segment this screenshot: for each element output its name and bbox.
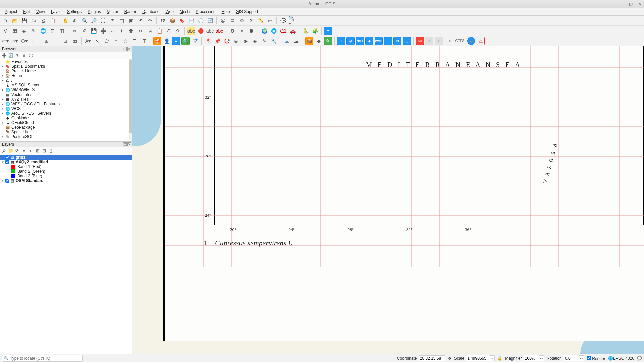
pan-to-selection-icon[interactable]: ⊕ <box>71 17 79 25</box>
filter-browser-icon[interactable]: ▼ <box>15 53 20 58</box>
wrench-icon[interactable]: 🔧 <box>270 37 278 45</box>
ruler-icon[interactable]: ✎ <box>324 37 332 45</box>
processing2-icon[interactable]: ✦ <box>238 27 246 35</box>
gps2-icon[interactable]: ⊚ <box>232 37 240 45</box>
undo-icon[interactable]: ↶ <box>165 27 173 35</box>
text2-icon[interactable]: T <box>140 37 148 45</box>
zoom-last-icon[interactable]: ↶ <box>137 17 145 25</box>
zoom-selection-icon[interactable]: ◰ <box>108 17 116 25</box>
star-icon[interactable]: ☆ <box>121 37 129 45</box>
browser-item-qfieldcloud[interactable]: ▸☁QFieldCloud <box>0 120 132 125</box>
grey1-icon[interactable]: ■ <box>425 37 433 45</box>
gps-icon[interactable]: 📍 <box>204 37 212 45</box>
browser-item-wfs-ogc-api-features[interactable]: ▸🌐WFS / OGC API - Features <box>0 102 132 106</box>
processing-icon[interactable]: ⚙ <box>228 27 236 35</box>
locator-input[interactable] <box>10 356 81 361</box>
browser-item-geopackage[interactable]: 📦GeoPackage <box>0 125 132 130</box>
copy-icon[interactable]: ⎘ <box>146 27 154 35</box>
menu-settings[interactable]: Settings <box>64 9 84 15</box>
field-calc-icon[interactable]: ⚙ <box>238 17 246 25</box>
layers-tree[interactable]: ▦grid1▾ ▦AXQy2_modifiedBand 1 (Red)Band … <box>0 155 132 354</box>
menu-processing[interactable]: Processing <box>193 9 218 15</box>
plugin-orange-icon[interactable]: 🍄 <box>153 37 161 45</box>
grey2-icon[interactable]: ■ <box>435 37 443 45</box>
panel-undock-icon[interactable]: ◫ <box>123 47 127 51</box>
collapse-icon[interactable]: ⊟ <box>21 53 27 58</box>
save-as-icon[interactable]: 🗂 <box>30 17 38 25</box>
zoom-full-icon[interactable]: ⛶ <box>99 17 107 25</box>
add-csv-icon[interactable]: ✎ <box>30 27 38 35</box>
map-tips-icon[interactable]: 💬 <box>279 17 287 25</box>
deselect-icon[interactable]: ◻ <box>30 37 38 45</box>
layer-grid1[interactable]: ▦grid1 <box>0 155 132 160</box>
processing3-icon[interactable]: ⬢ <box>247 27 255 35</box>
minimize-icon[interactable]: — <box>620 2 624 6</box>
zoom-out-icon[interactable]: 🔎 <box>90 17 98 25</box>
pan-icon[interactable]: ✋ <box>61 17 69 25</box>
plugin-red-icon[interactable]: 👤 <box>163 37 171 45</box>
paste-icon[interactable]: 📋 <box>155 27 163 35</box>
menu-vector[interactable]: Vector <box>104 9 121 15</box>
box2-icon[interactable]: ◆ <box>315 37 323 45</box>
cloud2-icon[interactable]: ☁ <box>292 37 300 45</box>
browser-item-vector-tiles[interactable]: ▦Vector Tiles <box>0 92 132 97</box>
target-icon[interactable]: 🎯 <box>223 37 231 45</box>
label-move-icon[interactable]: abc <box>206 27 214 35</box>
temporal-icon[interactable]: 🕓 <box>197 17 205 25</box>
pointer-icon[interactable]: ↖ <box>93 37 101 45</box>
more-icon[interactable]: » <box>449 39 451 43</box>
gps5-icon[interactable]: ✎ <box>260 37 268 45</box>
panel-close-icon[interactable]: ✕ <box>127 142 131 146</box>
menu-layer[interactable]: Layer <box>48 9 64 15</box>
edit-save-icon[interactable]: 💾 <box>90 27 98 35</box>
new-bookmark-icon[interactable]: 🔖 <box>178 17 186 25</box>
pencil2-icon[interactable]: ✐ <box>80 27 88 35</box>
layers-style-icon[interactable]: 🖌 <box>1 148 7 154</box>
diamond-blue-icon[interactable]: ◆ <box>365 37 373 45</box>
crs-button[interactable]: 🌐EPSG:4326 <box>608 356 634 361</box>
render-checkbox[interactable]: Render <box>587 356 605 361</box>
label-abc-icon[interactable]: abc <box>187 27 195 35</box>
scale-input[interactable] <box>466 355 490 361</box>
magnifier-spin-icon[interactable]: ▴▾ <box>539 357 544 360</box>
globe-blue-icon[interactable]: 🌐 <box>384 37 392 45</box>
polygon-icon[interactable]: ⬠ <box>103 37 111 45</box>
browser-scrollbar[interactable] <box>129 59 132 141</box>
layer-visibility-checkbox[interactable] <box>5 155 9 159</box>
open-project-icon[interactable]: 📂 <box>11 17 19 25</box>
extents-icon[interactable]: ✥ <box>448 356 451 361</box>
magnifier-input[interactable] <box>524 355 539 361</box>
sigma-icon[interactable]: Σ <box>247 17 255 25</box>
ad-icon[interactable]: AD <box>416 37 424 45</box>
menu-mesh[interactable]: Mesh <box>177 9 192 15</box>
measure-area-icon[interactable]: ▭ <box>266 17 274 25</box>
browser-item-postgresql[interactable]: ▸🐘PostgreSQL <box>0 134 132 139</box>
select-free-icon[interactable]: ⬠▾ <box>20 37 28 45</box>
browser-item-project-home[interactable]: 🏠Project Home <box>0 69 132 73</box>
panel-close-icon[interactable]: ✕ <box>127 47 131 51</box>
menu-view[interactable]: View <box>34 9 48 15</box>
plugin-green-icon[interactable]: 🔍 <box>181 37 190 45</box>
help-icon[interactable]: ? <box>324 27 332 35</box>
add-mesh-icon[interactable]: ◈ <box>20 27 28 35</box>
menu-raster[interactable]: Raster <box>122 9 139 15</box>
sq-blue-icon[interactable]: ◻ <box>393 37 401 45</box>
browser-item-geonode[interactable]: ◆GeoNode <box>0 116 132 120</box>
locator[interactable]: 🔍 <box>2 355 83 362</box>
plugin-route-icon[interactable]: 🚏 <box>191 37 199 45</box>
layers-expr-icon[interactable]: ε <box>28 148 34 154</box>
zoom-layer-icon[interactable]: ◱ <box>118 17 126 25</box>
menu-plugins[interactable]: Plugins <box>85 9 103 15</box>
add-feature-icon[interactable]: ➕ <box>99 27 107 35</box>
refresh-icon[interactable]: 🔄 <box>206 17 214 25</box>
coordinate-input[interactable] <box>419 355 445 361</box>
menu-help[interactable]: Help <box>219 9 233 15</box>
add-raster-icon[interactable]: ▦ <box>11 27 19 35</box>
georef-icon[interactable]: 🌍 <box>260 27 268 35</box>
close-icon[interactable]: ✕ <box>638 2 641 6</box>
browser-item--[interactable]: ▸🗀/ <box>0 78 132 83</box>
show-bookmarks-icon[interactable]: 📑 <box>187 17 195 25</box>
attribute-table-icon[interactable]: ▤ <box>228 17 236 25</box>
layer-osm-standard[interactable]: ▸ ▦OSM Standard <box>0 178 132 183</box>
warn-icon[interactable]: ⚠ <box>477 37 485 45</box>
